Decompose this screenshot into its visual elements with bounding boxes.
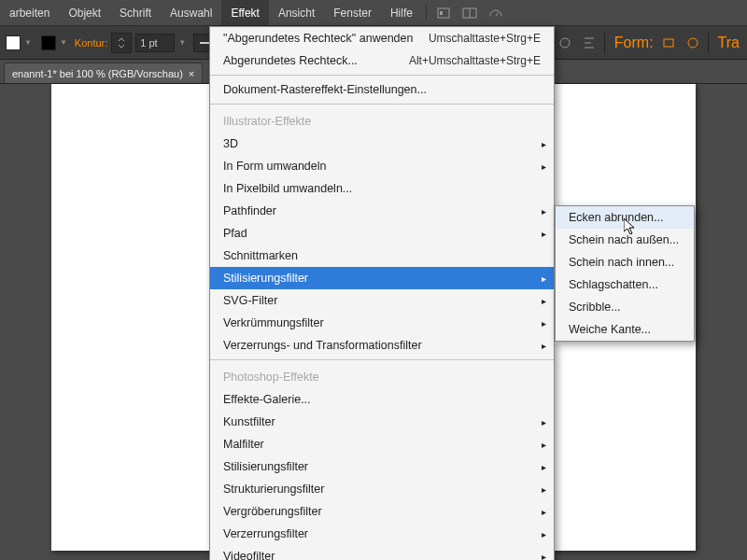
menu-distort[interactable]: Verzerrungsfilter (210, 523, 554, 545)
chevron-down-icon: ▼ (60, 38, 67, 47)
arrange-icon[interactable]: ▼ (459, 3, 480, 23)
menu-effekt[interactable]: Effekt (221, 0, 268, 25)
section-photoshop: Photoshop-Effekte (210, 363, 554, 388)
menu-brush-strokes[interactable]: Malfilter (210, 433, 554, 455)
menu-texture[interactable]: Strukturierungsfilter (210, 478, 554, 500)
menu-raster-settings[interactable]: Dokument-Rastereffekt-Einstellungen... (210, 78, 554, 101)
svg-rect-1 (440, 11, 443, 15)
menubar: arbeiten Objekt Schrift Auswahl Effekt A… (0, 0, 747, 26)
menu-shortcut: Alt+Umschalttaste+Strg+E (409, 54, 541, 67)
prefs-icon[interactable] (556, 34, 574, 52)
menu-pathfinder[interactable]: Pathfinder (210, 200, 554, 222)
menu-hilfe[interactable]: Hilfe (381, 0, 422, 25)
gauge-icon[interactable] (486, 3, 506, 23)
divider (604, 33, 605, 53)
menu-artistic[interactable]: Kunstfilter (210, 411, 554, 433)
menu-schrift[interactable]: Schrift (110, 0, 161, 25)
menu-label: Dokument-Rastereffekt-Einstellungen... (223, 83, 427, 96)
menu-video[interactable]: Videofilter (210, 545, 554, 560)
menu-convert-shape[interactable]: In Form umwandeln (210, 155, 554, 177)
submenu-scribble[interactable]: Scribble... (556, 296, 694, 318)
menu-path[interactable]: Pfad (210, 222, 554, 245)
control-bar-right: Form: Tra (531, 26, 747, 60)
menu-rasterize[interactable]: In Pixelbild umwandeln... (210, 177, 554, 200)
stroke-label: Kontur: (75, 37, 107, 49)
menu-ansicht[interactable]: Ansicht (269, 0, 324, 25)
mouse-cursor (624, 218, 637, 239)
svg-point-8 (560, 38, 570, 48)
effect-menu: "Abgerundetes Rechteck" anwenden Umschal… (209, 26, 555, 560)
menu-3d[interactable]: 3D (210, 133, 554, 155)
divider (708, 33, 709, 53)
separator (210, 359, 554, 360)
svg-rect-0 (438, 8, 449, 18)
svg-line-5 (496, 12, 499, 16)
shape-circle-icon[interactable] (684, 34, 702, 52)
menu-auswahl[interactable]: Auswahl (161, 0, 221, 25)
tab-title: enannt-1* bei 100 % (RGB/Vorschau) (12, 68, 183, 79)
menu-last-effect[interactable]: Abgerundetes Rechteck... Alt+Umschalttas… (210, 49, 554, 72)
separator (210, 104, 554, 105)
stroke-swatch[interactable] (41, 35, 56, 50)
menu-objekt[interactable]: Objekt (59, 0, 110, 25)
menu-fenster[interactable]: Fenster (324, 0, 381, 25)
menu-shortcut: Umschalttaste+Strg+E (429, 32, 541, 45)
fill-swatch[interactable] (6, 35, 21, 50)
menubar-divider (426, 6, 427, 21)
bridge-icon[interactable] (433, 3, 454, 23)
transform-label: Tra (718, 35, 740, 51)
menu-svg-filter[interactable]: SVG-Filter (210, 289, 554, 312)
separator (210, 75, 554, 76)
stroke-width-field[interactable]: 1 pt (135, 34, 175, 52)
chevron-down-icon: ▼ (24, 38, 32, 47)
menu-stylize[interactable]: Stilisierungsfilter (210, 267, 554, 289)
submenu-inner-glow[interactable]: Schein nach innen... (556, 251, 694, 273)
submenu-feather[interactable]: Weiche Kante... (556, 318, 694, 341)
menu-label: "Abgerundetes Rechteck" anwenden (223, 32, 413, 45)
menu-label: Abgerundetes Rechteck... (223, 54, 358, 67)
align-icon[interactable] (580, 34, 599, 52)
svg-rect-12 (664, 39, 673, 47)
stroke-stepper[interactable] (111, 33, 132, 53)
form-label: Form: (614, 35, 654, 51)
close-icon[interactable]: × (189, 68, 194, 79)
section-illustrator: Illustrator-Effekte (210, 107, 554, 133)
menu-stylize-ps[interactable]: Stilisierungsfilter (210, 455, 554, 478)
menu-crop-marks[interactable]: Schnittmarken (210, 245, 554, 267)
menu-apply-last[interactable]: "Abgerundetes Rechteck" anwenden Umschal… (210, 27, 554, 49)
menu-effect-gallery[interactable]: Effekte-Galerie... (210, 388, 554, 411)
menu-warp[interactable]: Verkrümmungsfilter (210, 312, 554, 334)
menu-distort-transform[interactable]: Verzerrungs- und Transformationsfilter (210, 334, 554, 357)
menu-arbeiten[interactable]: arbeiten (0, 0, 59, 25)
document-tab[interactable]: enannt-1* bei 100 % (RGB/Vorschau) × (4, 63, 203, 83)
menu-pixelate[interactable]: Vergröberungsfilter (210, 500, 554, 523)
svg-point-13 (688, 38, 698, 48)
chevron-down-icon: ▼ (178, 38, 186, 47)
shape-rect-icon[interactable] (659, 34, 678, 52)
submenu-drop-shadow[interactable]: Schlagschatten... (556, 273, 694, 296)
